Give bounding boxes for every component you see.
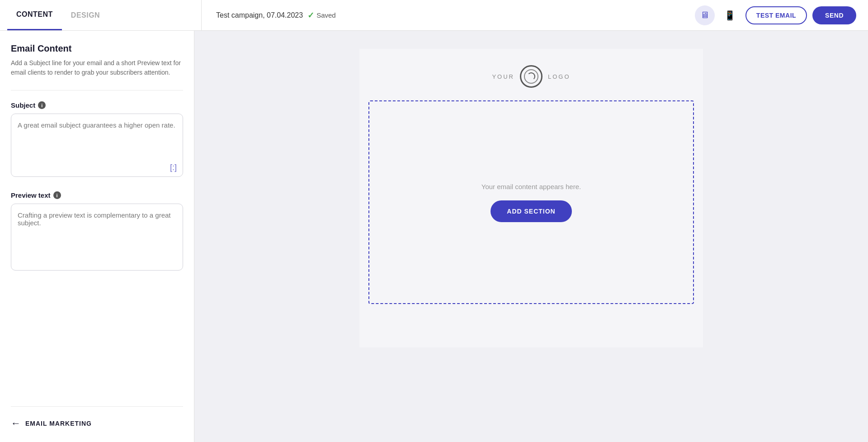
campaign-info: Test campaign, 07.04.2023 ✓ Saved (207, 10, 689, 20)
subject-label: Subject i (11, 101, 183, 109)
subject-info-icon[interactable]: i (38, 101, 46, 109)
preview-text-input[interactable] (11, 204, 183, 271)
personalize-icon[interactable]: [:] (170, 163, 177, 172)
email-content-title: Email Content (11, 43, 183, 54)
back-arrow-icon: ← (11, 418, 21, 429)
preview-text-label: Preview text i (11, 191, 183, 199)
preview-text-info-icon[interactable]: i (53, 191, 61, 199)
content-drop-zone: Your email content appears here. ADD SEC… (368, 100, 694, 304)
campaign-name: Test campaign, 07.04.2023 (216, 11, 303, 19)
logo-after-text: LOGO (548, 73, 571, 80)
desktop-view-button[interactable]: 🖥 (695, 5, 715, 25)
subject-field-wrapper: [:] (11, 114, 183, 179)
send-button[interactable]: SEND (812, 6, 856, 24)
main-area: Email Content Add a Subject line for you… (0, 31, 868, 442)
sidebar: Email Content Add a Subject line for you… (0, 31, 194, 442)
logo-notch (527, 72, 535, 81)
tab-content-label: CONTENT (16, 10, 53, 19)
saved-label: Saved (316, 11, 336, 19)
mobile-view-button[interactable]: 📱 (720, 5, 740, 25)
logo-area: YOUR LOGO (492, 49, 570, 100)
logo-circle (520, 65, 542, 88)
tab-content[interactable]: CONTENT (7, 0, 62, 30)
saved-badge: ✓ Saved (307, 10, 336, 20)
logo-before-text: YOUR (492, 73, 514, 80)
add-section-button[interactable]: ADD SECTION (491, 200, 571, 222)
content-placeholder-text: Your email content appears here. (481, 183, 581, 190)
desktop-icon: 🖥 (700, 10, 709, 20)
top-bar: CONTENT DESIGN Test campaign, 07.04.2023… (0, 0, 868, 31)
back-label: EMAIL MARKETING (25, 420, 92, 427)
tab-design[interactable]: DESIGN (62, 0, 109, 30)
divider (11, 90, 183, 90)
header-actions: 🖥 📱 TEST EMAIL SEND (695, 5, 861, 25)
mobile-icon: 📱 (724, 10, 736, 21)
check-icon: ✓ (307, 10, 314, 20)
tab-area: CONTENT DESIGN (7, 0, 202, 30)
test-email-button[interactable]: TEST EMAIL (745, 6, 807, 24)
preview-text-field-wrapper (11, 204, 183, 272)
email-content-desc: Add a Subject line for your email and a … (11, 58, 183, 77)
logo-circle-inner (524, 69, 538, 84)
email-preview: YOUR LOGO Your email content appears her… (359, 49, 703, 347)
tab-design-label: DESIGN (71, 11, 100, 19)
canvas-area: YOUR LOGO Your email content appears her… (194, 31, 868, 442)
subject-input[interactable] (11, 114, 183, 177)
back-nav[interactable]: ← EMAIL MARKETING (11, 406, 183, 429)
